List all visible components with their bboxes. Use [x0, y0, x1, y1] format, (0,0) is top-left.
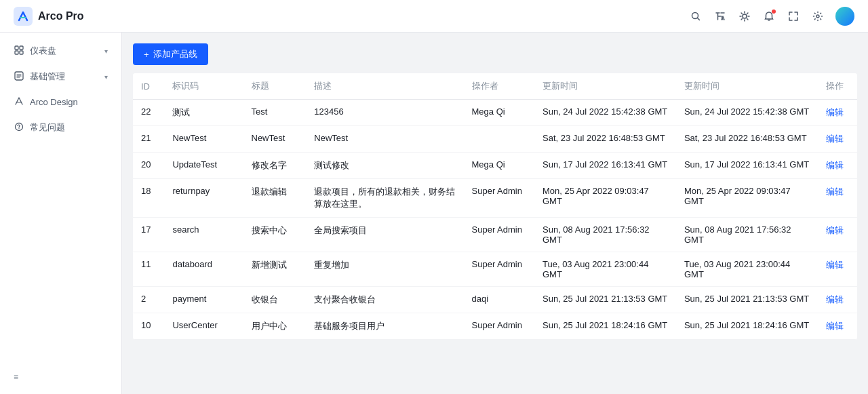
cell-code: 测试	[164, 100, 243, 126]
cell-action: 编辑	[818, 100, 857, 126]
cell-updated: Sat, 23 Jul 2022 16:48:53 GMT	[676, 126, 818, 153]
cell-title: Test	[243, 100, 307, 126]
cell-id: 21	[133, 126, 164, 153]
cell-action: 编辑	[818, 313, 857, 340]
notification-dot	[772, 9, 776, 14]
sidebar-collapse-button[interactable]: ≡	[0, 366, 121, 389]
cell-title: 新增测试	[243, 252, 307, 287]
col-header-action: 操作	[818, 73, 857, 100]
cell-updated: Tue, 03 Aug 2021 23:00:44 GMT	[676, 252, 818, 287]
svg-rect-5	[20, 46, 23, 50]
svg-rect-7	[20, 51, 23, 54]
cell-operator: Super Admin	[464, 313, 534, 340]
table-row: 18 returnpay 退款编辑 退款项目，所有的退款相关，财务结算放在这里。…	[133, 179, 857, 218]
edit-link[interactable]: 编辑	[826, 107, 844, 117]
table-row: 11 databoard 新增测试 重复增加 Super Admin Tue, …	[133, 252, 857, 287]
cell-desc: 重复增加	[306, 252, 463, 287]
arco-design-icon	[14, 96, 24, 108]
cell-created: Sun, 08 Aug 2021 17:56:32 GMT	[534, 218, 676, 252]
edit-link[interactable]: 编辑	[826, 186, 844, 197]
cell-operator: Super Admin	[464, 218, 534, 252]
cell-desc: NewTest	[306, 126, 463, 153]
col-header-created: 更新时间	[534, 73, 676, 100]
cell-operator: Super Admin	[464, 252, 534, 287]
table-row: 22 测试 Test 123456 Mega Qi Sun, 24 Jul 20…	[133, 100, 857, 126]
cell-action: 编辑	[818, 126, 857, 153]
cell-code: NewTest	[164, 126, 243, 153]
cell-created: Sun, 25 Jul 2021 21:13:53 GMT	[534, 287, 676, 313]
cell-desc: 测试修改	[306, 153, 463, 179]
cell-operator: daqi	[464, 287, 534, 313]
chevron-down-icon: ▾	[104, 47, 108, 55]
cell-code: returnpay	[164, 179, 243, 218]
cell-updated: Sun, 24 Jul 2022 15:42:38 GMT	[676, 100, 818, 126]
cell-operator	[464, 126, 534, 153]
dashboard-icon	[14, 45, 24, 57]
cell-operator: Super Admin	[464, 179, 534, 218]
cell-id: 17	[133, 218, 164, 252]
main-content: + 添加产品线 ID 标识码 标题 描述 操作者 更新时间 更新时间 操作	[122, 33, 868, 394]
translate-icon[interactable]	[713, 9, 727, 23]
add-product-button[interactable]: + 添加产品线	[133, 43, 208, 65]
search-icon[interactable]	[689, 9, 703, 23]
collapse-icon: ≡	[14, 372, 18, 382]
cell-code: search	[164, 218, 243, 252]
cell-code: UserCenter	[164, 313, 243, 340]
sidebar-label-dashboard: 仪表盘	[30, 45, 56, 57]
edit-link[interactable]: 编辑	[826, 260, 844, 270]
cell-action: 编辑	[818, 153, 857, 179]
cell-code: databoard	[164, 252, 243, 287]
edit-link[interactable]: 编辑	[826, 134, 844, 144]
svg-point-10	[18, 127, 19, 128]
sidebar-label-arco-design: Arco Design	[30, 97, 78, 107]
chevron-down-icon-2: ▾	[104, 73, 108, 81]
app-name: Arco Pro	[38, 10, 84, 22]
edit-link[interactable]: 编辑	[826, 225, 844, 235]
sidebar-item-dashboard[interactable]: 仪表盘 ▾	[0, 38, 121, 64]
cell-desc: 支付聚合收银台	[306, 287, 463, 313]
theme-icon[interactable]	[738, 9, 751, 23]
cell-title: 退款编辑	[243, 179, 307, 218]
edit-link[interactable]: 编辑	[826, 160, 844, 170]
cell-id: 10	[133, 313, 164, 340]
fullscreen-icon[interactable]	[787, 9, 800, 23]
edit-link[interactable]: 编辑	[826, 321, 844, 331]
sidebar-label-faq: 常见问题	[30, 121, 65, 134]
settings-icon[interactable]	[811, 9, 825, 23]
table-body: 22 测试 Test 123456 Mega Qi Sun, 24 Jul 20…	[133, 100, 857, 340]
avatar[interactable]	[835, 7, 854, 26]
cell-id: 20	[133, 153, 164, 179]
logo-area: Arco Pro	[14, 7, 84, 26]
add-button-label: 添加产品线	[153, 48, 197, 60]
table-row: 21 NewTest NewTest NewTest Sat, 23 Jul 2…	[133, 126, 857, 153]
edit-link[interactable]: 编辑	[826, 294, 844, 304]
col-header-code: 标识码	[164, 73, 243, 100]
cell-created: Sat, 23 Jul 2022 16:48:53 GMT	[534, 126, 676, 153]
cell-updated: Sun, 17 Jul 2022 16:13:41 GMT	[676, 153, 818, 179]
cell-title: 修改名字	[243, 153, 307, 179]
layout: 仪表盘 ▾ 基础管理 ▾ Arco Design	[0, 33, 868, 394]
product-table: ID 标识码 标题 描述 操作者 更新时间 更新时间 操作 22 测试 Test…	[133, 73, 857, 340]
cell-created: Tue, 03 Aug 2021 23:00:44 GMT	[534, 252, 676, 287]
table-row: 10 UserCenter 用户中心 基础服务项目用户 Super Admin …	[133, 313, 857, 340]
cell-updated: Mon, 25 Apr 2022 09:03:47 GMT	[676, 179, 818, 218]
col-header-operator: 操作者	[464, 73, 534, 100]
sidebar-item-arco-design[interactable]: Arco Design	[0, 90, 121, 115]
cell-operator: Mega Qi	[464, 153, 534, 179]
cell-title: 收银台	[243, 287, 307, 313]
cell-desc: 退款项目，所有的退款相关，财务结算放在这里。	[306, 179, 463, 218]
sidebar-item-faq[interactable]: 常见问题	[0, 115, 121, 140]
cell-action: 编辑	[818, 252, 857, 287]
table-row: 20 UpdateTest 修改名字 测试修改 Mega Qi Sun, 17 …	[133, 153, 857, 179]
sidebar-item-basic-mgmt[interactable]: 基础管理 ▾	[0, 64, 121, 90]
svg-rect-6	[15, 51, 18, 54]
sidebar-label-basic-mgmt: 基础管理	[30, 71, 65, 83]
svg-point-3	[816, 15, 819, 18]
header-actions	[689, 7, 854, 26]
top-header: Arco Pro	[0, 0, 868, 33]
cell-created: Sun, 17 Jul 2022 16:13:41 GMT	[534, 153, 676, 179]
cell-operator: Mega Qi	[464, 100, 534, 126]
notification-icon[interactable]	[762, 9, 776, 23]
cell-created: Sun, 24 Jul 2022 15:42:38 GMT	[534, 100, 676, 126]
faq-icon	[14, 122, 24, 134]
